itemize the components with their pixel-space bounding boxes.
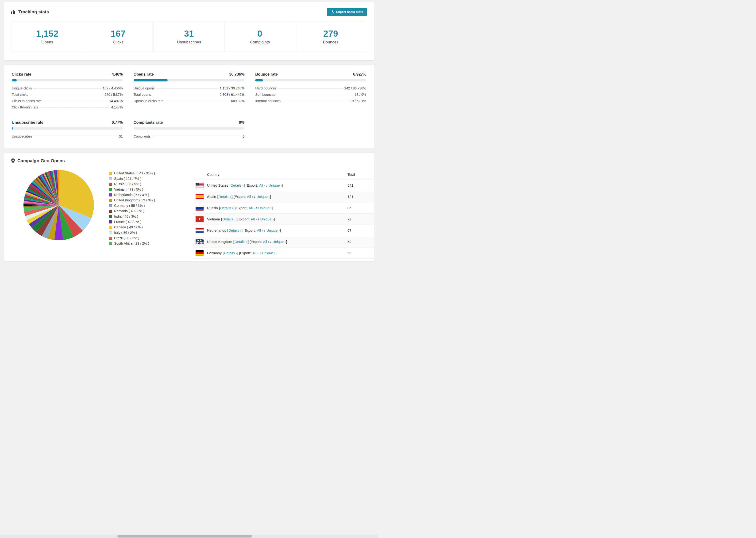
legend-label: Canada ( 40 / 2% ) bbox=[114, 225, 143, 229]
stat-line: Total opens2,303 / 61.446% bbox=[134, 91, 244, 98]
stat-line-value: 220 / 5.87% bbox=[104, 93, 123, 96]
export-all-link[interactable]: All › bbox=[247, 194, 253, 198]
details-link[interactable]: Details › bbox=[219, 194, 232, 198]
export-unique-link[interactable]: Unique › bbox=[258, 206, 272, 210]
country-column-header: Country bbox=[207, 173, 348, 177]
export-basic-stats-button[interactable]: Export basic stats bbox=[327, 8, 367, 16]
stat-value: 1,152 bbox=[14, 29, 80, 39]
export-all-link[interactable]: All › bbox=[252, 251, 258, 255]
dotted-leader bbox=[33, 88, 101, 89]
legend-item-france: France ( 42 / 2% ) bbox=[109, 220, 182, 224]
details-link[interactable]: Details › bbox=[235, 240, 247, 243]
geo-table-row-netherlands: Netherlands[Details ›] [Export: All › / … bbox=[193, 225, 374, 236]
country-name: Netherlands bbox=[207, 228, 226, 232]
dotted-leader bbox=[153, 95, 218, 95]
export-unique-link[interactable]: Unique › bbox=[273, 240, 286, 243]
export-all-link[interactable]: All › bbox=[249, 206, 255, 210]
rate-value: 30.736% bbox=[229, 72, 244, 77]
stat-bounces: 279Bounces bbox=[296, 22, 366, 52]
details-link[interactable]: Details › bbox=[231, 183, 243, 187]
details-link[interactable]: Details › bbox=[220, 206, 233, 210]
export-prefix: Export: bbox=[238, 217, 249, 221]
export-all-link[interactable]: All › bbox=[251, 217, 257, 221]
export-prefix: Export: bbox=[244, 228, 256, 232]
export-all-link[interactable]: All › bbox=[263, 240, 269, 243]
progress-track bbox=[12, 127, 123, 130]
country-total: 121 bbox=[348, 194, 374, 198]
stat-value: 279 bbox=[298, 29, 364, 39]
geo-table-header-row: CountryTotal bbox=[193, 170, 374, 180]
map-pin-icon bbox=[11, 158, 15, 163]
legend-item-germany: Germany ( 55 / 3% ) bbox=[109, 204, 182, 207]
stat-line-label: Total opens bbox=[134, 93, 151, 96]
export-prefix: Export: bbox=[247, 183, 258, 187]
stat-line: Complaints0 bbox=[134, 133, 244, 139]
stat-line: Click through rate4.147% bbox=[12, 104, 123, 110]
export-unique-link[interactable]: Unique › bbox=[262, 251, 275, 255]
export-unique-link[interactable]: Unique › bbox=[266, 228, 280, 232]
legend-label: United States ( 541 / 31% ) bbox=[114, 171, 155, 175]
export-unique-link[interactable]: Unique › bbox=[269, 183, 282, 187]
legend-swatch bbox=[109, 183, 112, 186]
stat-label: Clicks bbox=[85, 40, 151, 45]
export-all-link[interactable]: All › bbox=[257, 228, 263, 232]
export-prefix: Export: bbox=[250, 240, 262, 243]
stat-line-label: Opens to clicks rate bbox=[134, 99, 163, 103]
geo-table-row-vietnam: Vietnam[Details ›] [Export: All › / Uniq… bbox=[193, 214, 374, 225]
country-name: Russia bbox=[207, 206, 218, 210]
geo-table: CountryTotalUnited States[Details ›] [Ex… bbox=[193, 170, 374, 259]
export-unique-link[interactable]: Unique › bbox=[256, 194, 270, 198]
legend-swatch bbox=[109, 204, 112, 207]
progress-fill bbox=[134, 79, 168, 81]
dotted-leader bbox=[30, 95, 103, 95]
country-name: United Kingdom bbox=[207, 240, 232, 243]
es-flag-icon bbox=[193, 194, 207, 199]
country-name: Vietnam bbox=[207, 217, 220, 221]
rate-unsubscribe-rate: Unsubscribe rate0.77%Unsubscribes31 bbox=[12, 120, 123, 139]
export-prefix: Export: bbox=[240, 251, 251, 255]
geo-pie-wrap bbox=[23, 170, 94, 242]
country-total: 59 bbox=[348, 240, 374, 243]
stat-line: Unique clicks167 / 4.456% bbox=[12, 85, 123, 91]
details-link[interactable]: Details › bbox=[224, 251, 237, 255]
dotted-leader bbox=[43, 101, 108, 101]
legend-item-canada: Canada ( 40 / 2% ) bbox=[109, 225, 182, 229]
rate-title: Unsubscribe rate bbox=[12, 120, 43, 125]
export-unique-link[interactable]: Unique › bbox=[260, 217, 274, 221]
de-flag-icon bbox=[193, 250, 207, 256]
progress-fill bbox=[12, 79, 17, 81]
legend-swatch bbox=[109, 177, 112, 180]
export-all-link[interactable]: All › bbox=[259, 183, 265, 187]
vn-flag-icon bbox=[193, 216, 207, 222]
stat-line-value: 167 / 4.456% bbox=[103, 86, 123, 90]
rate-title: Clicks rate bbox=[12, 72, 31, 77]
total-column-header: Total bbox=[348, 173, 374, 177]
country-name: Spain bbox=[207, 194, 216, 198]
legend-label: South Africa ( 29 / 2% ) bbox=[114, 242, 149, 245]
legend-swatch bbox=[109, 172, 112, 175]
gb-flag-icon bbox=[193, 239, 207, 244]
export-icon bbox=[331, 10, 334, 14]
rate-complaints-rate: Complaints rate0%Complaints0 bbox=[134, 120, 244, 139]
stat-line-value: 19 / 6.81% bbox=[350, 99, 366, 103]
geo-pie-chart[interactable] bbox=[23, 170, 94, 241]
legend-item-russia: Russia ( 86 / 5% ) bbox=[109, 182, 182, 186]
dotted-leader bbox=[156, 88, 218, 89]
legend-label: Spain ( 121 / 7% ) bbox=[114, 177, 141, 181]
stats-row: 1,152Opens167Clicks31Unsubscribes0Compla… bbox=[12, 22, 366, 52]
legend-item-south-africa: South Africa ( 29 / 2% ) bbox=[109, 242, 182, 245]
stat-label: Unsubscribes bbox=[156, 40, 222, 45]
stat-line: Unsubscribes31 bbox=[12, 133, 123, 139]
stat-line-label: Soft bounces bbox=[255, 93, 275, 96]
legend-swatch bbox=[109, 215, 112, 218]
legend-label: Romania ( 49 / 3% ) bbox=[114, 209, 144, 213]
stat-line-label: Total clicks bbox=[12, 93, 28, 96]
stat-complaints: 0Complaints bbox=[225, 22, 296, 52]
legend-item-india: India ( 46 / 3% ) bbox=[109, 215, 182, 218]
legend-item-united-kingdom: United Kingdom ( 59 / 3% ) bbox=[109, 198, 182, 202]
details-link[interactable]: Details › bbox=[229, 228, 242, 232]
legend-swatch bbox=[109, 237, 112, 240]
details-link[interactable]: Details › bbox=[222, 217, 235, 221]
legend-swatch bbox=[109, 188, 112, 191]
rate-clicks-rate: Clicks rate4.46%Unique clicks167 / 4.456… bbox=[12, 72, 123, 110]
